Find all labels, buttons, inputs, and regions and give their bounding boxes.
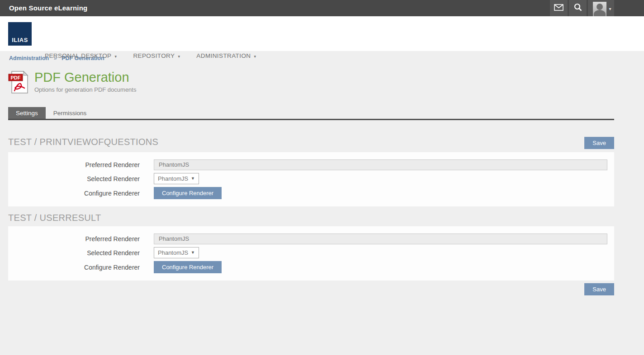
configure-renderer-label: Configure Renderer: [8, 264, 154, 271]
configure-renderer-button[interactable]: Configure Renderer: [154, 261, 222, 273]
page-head: PDF PDF Generation Options for generatio…: [8, 70, 644, 94]
select-value: PhantomJS: [158, 249, 188, 256]
page-subtitle: Options for generation PDF documents: [34, 86, 136, 93]
mail-button[interactable]: [550, 0, 568, 16]
mail-icon: [554, 4, 564, 13]
section-head-printviewofquestions: TEST / PRINTVIEWOFQUESTIONS Save: [8, 137, 614, 149]
select-caret-icon: ▼: [191, 177, 195, 181]
main-header: ILIAS PERSONAL DESKTOP▾ REPOSITORY▾ ADMI…: [0, 16, 644, 51]
save-button-bottom[interactable]: Save: [584, 283, 614, 295]
select-value: PhantomJS: [158, 175, 188, 182]
preferred-renderer-label: Preferred Renderer: [8, 235, 154, 243]
page-title: PDF Generation: [34, 70, 136, 85]
tab-permissions[interactable]: Permissions: [46, 107, 95, 119]
svg-text:PDF: PDF: [11, 75, 21, 80]
preferred-renderer-field: [154, 159, 607, 170]
save-button-top[interactable]: Save: [584, 137, 614, 149]
section-title: TEST / USERRESULT: [8, 213, 101, 223]
topbar: Open Source eLearning ▾: [0, 0, 644, 16]
main-nav: PERSONAL DESKTOP▾ REPOSITORY▾ ADMINISTRA…: [45, 52, 256, 59]
nav-administration[interactable]: ADMINISTRATION▾: [196, 52, 256, 59]
user-avatar: [593, 2, 606, 16]
configure-renderer-button[interactable]: Configure Renderer: [154, 187, 222, 199]
preferred-renderer-label: Preferred Renderer: [8, 161, 154, 168]
form-row: Configure Renderer Configure Renderer: [8, 187, 614, 199]
section-title: TEST / PRINTVIEWOFQUESTIONS: [8, 137, 158, 147]
user-menu-button[interactable]: ▾: [588, 0, 614, 18]
selected-renderer-select[interactable]: PhantomJS ▼: [154, 247, 199, 258]
chevron-down-icon: ▾: [254, 54, 256, 59]
form-row: Selected Renderer PhantomJS ▼: [8, 173, 614, 184]
tab-settings[interactable]: Settings: [8, 107, 46, 119]
form-row: Preferred Renderer: [8, 159, 614, 170]
footer-save-row: Save: [8, 283, 614, 295]
search-button[interactable]: [569, 0, 587, 16]
select-caret-icon: ▼: [191, 251, 195, 255]
settings-content: TEST / PRINTVIEWOFQUESTIONS Save Preferr…: [8, 137, 614, 280]
chevron-down-icon: ▾: [114, 54, 117, 59]
chevron-down-icon: ▾: [178, 54, 180, 59]
nav-repository[interactable]: REPOSITORY▾: [133, 52, 180, 59]
selected-renderer-select[interactable]: PhantomJS ▼: [154, 173, 199, 184]
form-panel-printviewofquestions: Preferred Renderer Selected Renderer Pha…: [8, 152, 614, 206]
tab-bar: Settings Permissions: [8, 107, 614, 120]
form-row: Configure Renderer Configure Renderer: [8, 261, 614, 273]
selected-renderer-label: Selected Renderer: [8, 249, 154, 257]
nav-personal-desktop[interactable]: PERSONAL DESKTOP▾: [45, 52, 117, 59]
pdf-file-icon: PDF: [8, 70, 29, 94]
selected-renderer-label: Selected Renderer: [8, 175, 154, 182]
chevron-down-icon: ▾: [609, 7, 611, 11]
topbar-icon-group: ▾: [549, 0, 614, 18]
form-row: Selected Renderer PhantomJS ▼: [8, 247, 614, 258]
section-head-userresult: TEST / USERRESULT: [8, 213, 614, 223]
form-panel-userresult: Preferred Renderer Selected Renderer Pha…: [8, 226, 614, 280]
search-icon: [574, 3, 582, 13]
ilias-logo[interactable]: ILIAS: [8, 22, 32, 46]
breadcrumb-administration[interactable]: Administration: [9, 55, 49, 61]
form-row: Preferred Renderer: [8, 233, 614, 244]
configure-renderer-label: Configure Renderer: [8, 190, 154, 197]
preferred-renderer-field: [154, 234, 607, 244]
